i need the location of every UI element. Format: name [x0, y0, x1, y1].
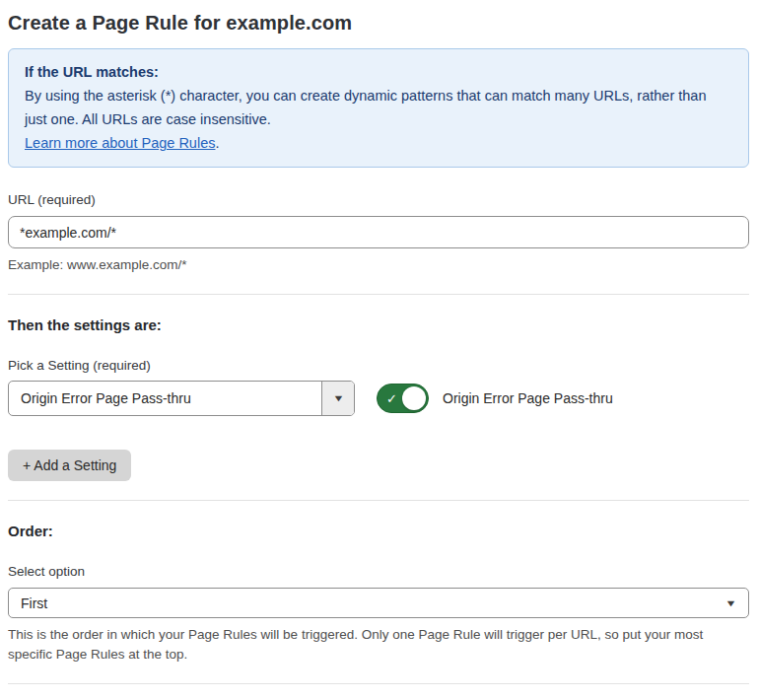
setting-dropdown-arrow-button[interactable]: ▼: [321, 382, 354, 415]
toggle-knob: [402, 386, 426, 410]
url-match-info-box: If the URL matches: By using the asteris…: [8, 48, 749, 168]
pick-setting-label: Pick a Setting (required): [8, 358, 749, 373]
url-label: URL (required): [8, 192, 749, 207]
order-select[interactable]: First ▼: [8, 588, 749, 618]
settings-section-heading: Then the settings are:: [8, 316, 749, 333]
info-box-body: By using the asterisk (*) character, you…: [25, 84, 732, 131]
divider: [8, 683, 749, 684]
link-period: .: [215, 135, 219, 151]
chevron-down-icon: ▼: [332, 394, 344, 403]
url-helper-text: Example: www.example.com/*: [8, 255, 749, 275]
divider: [8, 500, 749, 501]
order-select-value: First: [21, 595, 47, 611]
add-setting-button[interactable]: + Add a Setting: [8, 450, 131, 481]
setting-toggle[interactable]: ✓: [377, 384, 429, 413]
page-title: Create a Page Rule for example.com: [8, 12, 749, 35]
setting-dropdown[interactable]: Origin Error Page Pass-thru ▼: [8, 381, 355, 416]
url-input[interactable]: [8, 216, 749, 248]
chevron-down-icon: ▼: [724, 599, 736, 608]
divider: [8, 294, 749, 295]
info-box-heading: If the URL matches:: [25, 60, 732, 84]
setting-row: Origin Error Page Pass-thru ▼ ✓ Origin E…: [8, 381, 749, 416]
order-select-label: Select option: [8, 564, 749, 579]
setting-dropdown-value: Origin Error Page Pass-thru: [9, 382, 321, 415]
order-helper-text: This is the order in which your Page Rul…: [8, 625, 749, 665]
setting-toggle-label: Origin Error Page Pass-thru: [443, 390, 613, 406]
order-section-heading: Order:: [8, 523, 749, 539]
learn-more-link[interactable]: Learn more about Page Rules: [25, 135, 215, 151]
check-icon: ✓: [386, 391, 397, 406]
info-box-link-line: Learn more about Page Rules.: [25, 131, 732, 155]
